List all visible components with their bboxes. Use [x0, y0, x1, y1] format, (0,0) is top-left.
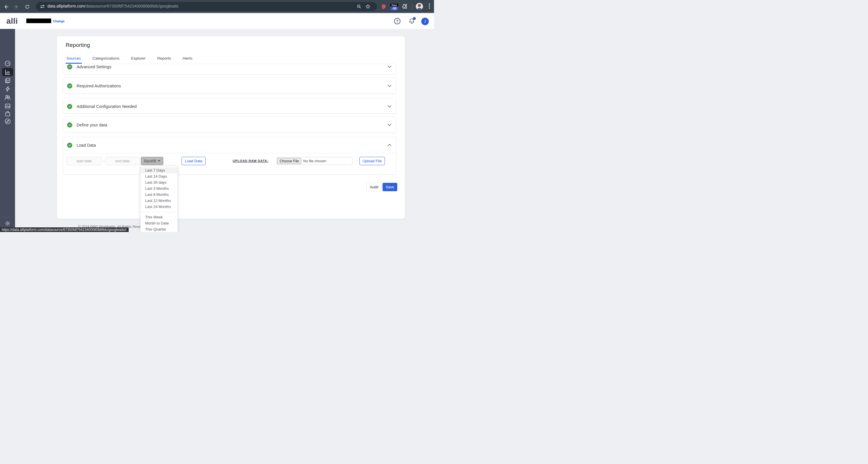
sidebar-item-people-icon[interactable]: [4, 94, 11, 101]
strawberry-extension-icon[interactable]: [381, 3, 386, 17]
url-path: /datasource/67350fdf75423400080b89dc/goo…: [85, 4, 178, 8]
menu-item-last-14-days[interactable]: Last 14 Days: [141, 173, 178, 179]
backfill-dropdown-button[interactable]: Backfill: [141, 157, 163, 165]
chevron-down-icon[interactable]: [388, 84, 392, 87]
status-bar-link: https://data.alliplatform.com/datasource…: [0, 227, 129, 232]
menu-item-last-3-months[interactable]: Last 3 Months: [141, 185, 178, 192]
audit-button[interactable]: Audit: [366, 183, 382, 191]
tab-alerts[interactable]: Alerts: [182, 54, 193, 64]
page-title: Reporting: [66, 42, 90, 48]
address-bar[interactable]: data.alliplatform.com/datasource/67350fd…: [36, 2, 377, 11]
app-header: alli Change ? J: [0, 13, 434, 29]
user-avatar[interactable]: J: [421, 18, 429, 25]
sidebar-settings-gear-icon[interactable]: [4, 220, 11, 227]
bookmark-star-icon[interactable]: [366, 4, 370, 9]
check-circle-icon: [67, 104, 72, 109]
menu-item-this-quarter[interactable]: This Quarter: [141, 226, 178, 232]
section-title: Advanced Settings: [76, 64, 111, 69]
section-define-your-data[interactable]: Define your data: [63, 117, 396, 133]
reporting-panel: Reporting Sources Categorizations Explor…: [57, 36, 405, 219]
chevron-down-icon[interactable]: [388, 105, 392, 108]
upload-raw-data-label: UPLOAD RAW DATA:: [229, 157, 272, 165]
tab-categorizations[interactable]: Categorizations: [92, 54, 121, 64]
days-extension-label: Days: [390, 4, 398, 6]
toolbar-separator: [412, 4, 412, 9]
notifications-bell-icon[interactable]: [408, 18, 415, 25]
upload-file-button[interactable]: Upload File: [360, 157, 385, 165]
save-button[interactable]: Save: [382, 183, 397, 191]
section-title: Define your data: [76, 123, 107, 127]
tab-sources[interactable]: Sources: [66, 54, 82, 64]
end-date-input[interactable]: [105, 157, 140, 165]
extensions-puzzle-icon[interactable]: [402, 3, 407, 9]
tab-explorer[interactable]: Explorer: [130, 54, 146, 64]
sidebar-item-image-icon[interactable]: [4, 103, 11, 109]
sidebar-item-lightning-icon[interactable]: [4, 85, 11, 92]
menu-item-last-24-months[interactable]: Last 24 Months: [141, 204, 178, 210]
header-divider: [25, 17, 25, 27]
section-title: Required Authorizations: [76, 84, 121, 88]
sidebar-item-gauge-icon[interactable]: [4, 60, 11, 67]
menu-item-last-7-days[interactable]: Last 7 Days: [141, 167, 178, 173]
load-data-button[interactable]: Load Data: [182, 157, 206, 165]
check-circle-icon: [67, 83, 72, 89]
zoom-out-icon[interactable]: [357, 4, 362, 9]
menu-divider: [141, 212, 178, 212]
client-name-redacted: [26, 19, 51, 23]
sidebar-nav: [0, 29, 15, 232]
section-additional-configuration[interactable]: Additional Configuration Needed: [63, 98, 396, 114]
chevron-down-icon[interactable]: [388, 123, 392, 126]
screen: { "browser": { "url": { "domain": "data.…: [0, 0, 434, 232]
days-extension-badge[interactable]: Days -93: [390, 4, 398, 10]
browser-toolbar: data.alliplatform.com/datasource/67350fd…: [0, 0, 434, 13]
section-title: Load Data: [76, 143, 96, 148]
reload-icon[interactable]: [24, 3, 31, 10]
menu-item-last-30-days[interactable]: Last 30 days: [141, 179, 178, 185]
menu-item-this-week[interactable]: This Week: [141, 214, 178, 220]
alli-logo: alli: [6, 17, 18, 26]
url-text: data.alliplatform.com/datasource/67350fd…: [48, 4, 178, 8]
start-date-input[interactable]: [66, 157, 101, 165]
menu-item-last-12-months[interactable]: Last 12 Months: [141, 198, 178, 204]
site-info-icon[interactable]: [40, 4, 45, 9]
section-load-data: Load Data - Backfill Load Data UPLOAD RA…: [63, 137, 396, 175]
url-domain: data.alliplatform.com: [48, 4, 85, 8]
sidebar-item-clipboard-check-icon[interactable]: [4, 77, 11, 84]
check-circle-icon: [67, 64, 72, 69]
sidebar-divider: [2, 217, 13, 217]
chevron-down-icon[interactable]: [388, 65, 392, 68]
chevron-up-icon[interactable]: [388, 144, 392, 146]
menu-item-month-to-date[interactable]: Month to Date: [141, 220, 178, 226]
days-extension-value: -93: [390, 7, 398, 10]
notification-dot: [413, 17, 416, 20]
change-link[interactable]: Change: [53, 19, 64, 23]
check-circle-icon: [67, 143, 72, 148]
caret-down-icon: [158, 160, 160, 162]
section-load-data-header[interactable]: Load Data: [63, 137, 396, 153]
choose-file-button[interactable]: Choose File: [277, 158, 301, 164]
browser-menu-icon[interactable]: [429, 3, 430, 9]
sidebar-item-compass-icon[interactable]: [4, 118, 11, 125]
section-title: Additional Configuration Needed: [76, 104, 137, 109]
date-range-separator: -: [103, 157, 104, 165]
backfill-label: Backfill: [144, 159, 156, 163]
section-advanced-settings[interactable]: Advanced Settings: [63, 64, 396, 75]
file-input[interactable]: Choose File No file chosen: [276, 157, 352, 165]
help-icon[interactable]: ?: [394, 18, 400, 24]
backfill-dropdown-menu: Last 7 Days Last 14 Days Last 30 days La…: [140, 166, 178, 232]
back-icon[interactable]: [2, 3, 9, 10]
check-circle-icon: [67, 122, 72, 127]
forward-icon[interactable]: [13, 3, 20, 10]
menu-item-last-6-months[interactable]: Last 6 Months: [141, 192, 178, 198]
tab-bar: Sources Categorizations Explorer Reports…: [66, 54, 203, 64]
tab-reports[interactable]: Reports: [156, 54, 172, 64]
sidebar-item-shopping-bag-icon[interactable]: [4, 110, 11, 117]
section-divider: [63, 153, 396, 153]
sidebar-item-bar-chart-icon[interactable]: [4, 68, 11, 76]
browser-profile-avatar[interactable]: [416, 3, 423, 10]
no-file-chosen-text: No file chosen: [303, 159, 326, 163]
section-required-authorizations[interactable]: Required Authorizations: [63, 78, 396, 94]
